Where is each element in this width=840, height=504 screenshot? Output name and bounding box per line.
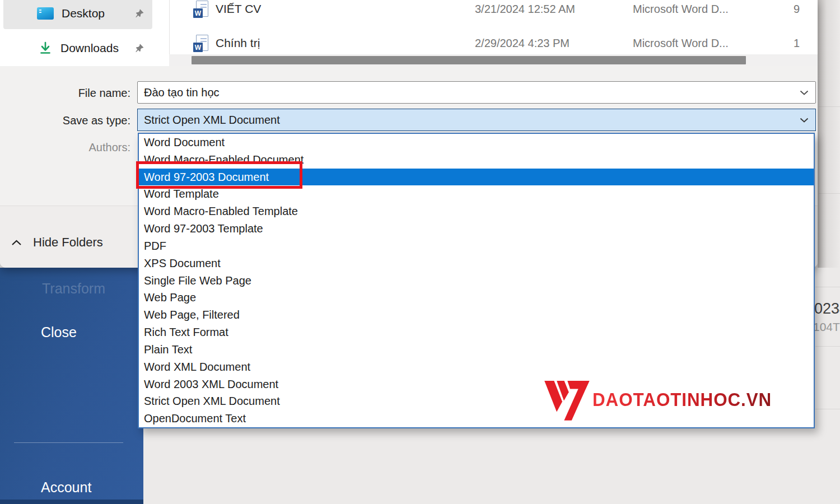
desktop-icon: [37, 7, 54, 20]
nav-item-label: Desktop: [62, 7, 134, 20]
sidebar-item-transform: Transform: [42, 281, 105, 297]
dropdown-option[interactable]: Word Document: [139, 134, 814, 151]
file-name-value: Đào tạo tin học: [144, 86, 800, 99]
red-highlight-box: [136, 161, 302, 189]
file-date: 2/29/2024 4:23 PM: [475, 37, 570, 50]
file-name-label: File name:: [0, 87, 130, 100]
word-file-icon: W: [193, 1, 208, 18]
dropdown-option[interactable]: Word 97-2003 Template: [139, 220, 814, 237]
dialog-edge-shadow: [818, 0, 840, 268]
dropdown-option[interactable]: Web Page: [139, 289, 814, 306]
pin-icon: [134, 43, 144, 53]
sidebar-divider: [14, 442, 123, 443]
authors-label: Authors:: [0, 141, 130, 154]
chevron-down-icon[interactable]: [800, 90, 809, 95]
pin-icon: [134, 8, 144, 18]
backstage-sidebar: [0, 268, 143, 504]
logo-v-icon: [539, 374, 591, 426]
watermark-logo: DAOTAOTINHOC.VN: [541, 374, 781, 426]
nav-item-label: Downloads: [60, 41, 134, 55]
watermark-brand-text: DAOTAOTINHOC.VN: [592, 389, 772, 410]
dropdown-option[interactable]: Web Page, Filtered: [139, 306, 814, 324]
file-date: 3/21/2024 12:52 AM: [475, 3, 575, 16]
word-save-as-screen: 0234 104Th Transform Close Account Deskt…: [0, 0, 840, 504]
clipped-folder-path-text: 104Th: [813, 320, 840, 334]
backstage-divider: [815, 287, 840, 287]
download-arrow-icon: [38, 41, 53, 55]
dropdown-option[interactable]: PDF: [139, 237, 814, 255]
file-name: VIẾT CV: [216, 2, 261, 16]
clipped-folder-date-text: 0234: [814, 300, 840, 318]
hide-folders-label: Hide Folders: [33, 235, 103, 250]
sidebar-item-downloads[interactable]: Downloads: [3, 32, 152, 64]
save-as-type-value: Strict Open XML Document: [144, 114, 800, 127]
backstage-divider: [815, 346, 840, 347]
dropdown-option[interactable]: Rich Text Format: [139, 324, 814, 341]
dropdown-option[interactable]: Single File Web Page: [139, 272, 814, 290]
file-name-input[interactable]: Đào tạo tin học: [137, 81, 816, 104]
word-file-icon: W: [193, 35, 208, 52]
hide-folders-button[interactable]: Hide Folders: [11, 235, 103, 250]
file-row[interactable]: W Chính trị 2/29/2024 4:23 PM Microsoft …: [169, 31, 818, 56]
file-size: 1: [771, 37, 800, 50]
dropdown-option[interactable]: Plain Text: [139, 341, 814, 358]
save-as-type-label: Save as type:: [0, 114, 130, 127]
file-name: Chính trị: [216, 36, 260, 50]
file-size: 9: [771, 3, 800, 16]
chevron-up-icon: [11, 240, 22, 246]
file-type: Microsoft Word D...: [633, 3, 729, 16]
sidebar-item-account[interactable]: Account: [41, 479, 91, 496]
scrollbar-thumb[interactable]: [192, 56, 746, 64]
file-row[interactable]: W VIẾT CV 3/21/2024 12:52 AM Microsoft W…: [169, 0, 818, 22]
dropdown-option[interactable]: Word Macro-Enabled Template: [139, 203, 814, 220]
save-as-type-select[interactable]: Strict Open XML Document: [137, 109, 816, 131]
horizontal-scrollbar[interactable]: [169, 54, 818, 66]
file-browser-area: Desktop Downloads: [0, 0, 818, 66]
backstage-sidebar-bottom-strip: [0, 500, 143, 504]
sidebar-item-close[interactable]: Close: [41, 324, 77, 340]
chevron-down-icon[interactable]: [800, 118, 809, 123]
backstage-divider: [815, 409, 840, 409]
sidebar-item-desktop[interactable]: Desktop: [3, 0, 152, 29]
dropdown-option[interactable]: XPS Document: [139, 255, 814, 272]
dropdown-option[interactable]: Word XML Document: [139, 358, 814, 376]
file-type: Microsoft Word D...: [633, 37, 729, 50]
